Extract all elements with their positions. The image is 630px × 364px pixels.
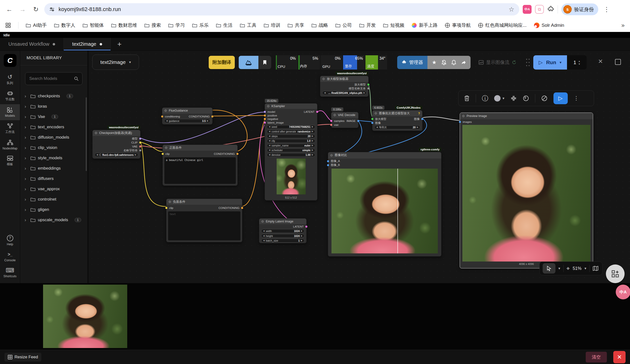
bookmark-item[interactable]: 乐乐 bbox=[192, 22, 209, 28]
tab-text2image[interactable]: text2image bbox=[64, 38, 111, 50]
url-bar[interactable]: koyomj9x62-8188.cnb.run bbox=[44, 3, 519, 15]
collapse-dot-icon[interactable] bbox=[334, 114, 336, 116]
node-title-bar[interactable]: 负面条件 bbox=[166, 199, 242, 205]
batch-count-stepper[interactable]: 1 bbox=[567, 55, 587, 70]
increment-icon[interactable] bbox=[312, 140, 313, 142]
folder-checkpoints[interactable]: checkpoints1 bbox=[23, 91, 86, 101]
increment-icon[interactable] bbox=[312, 126, 313, 128]
folder-controlnet[interactable]: controlnet bbox=[23, 194, 86, 204]
decrement-icon[interactable] bbox=[263, 240, 264, 242]
forward-icon[interactable] bbox=[18, 4, 28, 14]
increment-icon[interactable] bbox=[578, 60, 580, 62]
input-slot-positive[interactable] bbox=[264, 115, 266, 117]
node-title-bar[interactable]: 正面条件 bbox=[163, 145, 238, 151]
chevron-right-icon[interactable] bbox=[24, 125, 28, 130]
browser-menu-icon[interactable] bbox=[602, 4, 612, 14]
output-slot-image[interactable] bbox=[357, 120, 359, 122]
decrement-icon[interactable] bbox=[269, 140, 270, 142]
decrement-icon[interactable] bbox=[269, 145, 270, 147]
chevron-right-icon[interactable] bbox=[24, 176, 28, 182]
sidebar-item-shortcuts[interactable]: Shortcuts bbox=[0, 265, 20, 281]
folder-gligen[interactable]: gligen bbox=[23, 204, 86, 215]
output-slot-vae[interactable] bbox=[139, 146, 141, 148]
sidebar-item-node-count[interactable]: 节点数 bbox=[0, 88, 20, 104]
run-button[interactable]: Run bbox=[533, 55, 567, 70]
compare-slider-line[interactable] bbox=[398, 169, 398, 253]
folder-diffusion-models[interactable]: diffusion_models bbox=[23, 132, 86, 143]
output-slot-clip[interactable] bbox=[139, 142, 141, 144]
chevron-right-icon[interactable] bbox=[24, 217, 28, 223]
output-slot-image[interactable] bbox=[421, 118, 423, 120]
bookmark-item[interactable]: AI助手 bbox=[26, 22, 47, 28]
node-upscale-image-by-model[interactable]: 6.602sComfyUIKJNodes 图像批次通过模型放大? 放大模型图像 … bbox=[372, 110, 422, 131]
input-slot-samples[interactable] bbox=[330, 120, 332, 122]
node-positive-prompt[interactable]: 正面条件 clipCONDITIONING a beautiful Chines… bbox=[162, 145, 238, 186]
extensions-puzzle-icon[interactable] bbox=[547, 6, 554, 13]
chevron-right-icon[interactable] bbox=[24, 166, 28, 171]
decrement-icon[interactable] bbox=[269, 149, 270, 151]
checkpoint-select-widget[interactable]: Check ...flux1-dev-fp8.safetensors bbox=[94, 153, 138, 157]
sidebar-item-models[interactable]: Models bbox=[0, 104, 20, 120]
seed-widget[interactable]: seed745530927568251 bbox=[267, 125, 315, 129]
node-title-bar[interactable]: Empty Latent Image bbox=[259, 218, 306, 224]
collapse-dot-icon[interactable] bbox=[267, 105, 270, 107]
input-slot-upscale-model[interactable] bbox=[371, 118, 373, 120]
bookmark-item[interactable]: 共享 bbox=[288, 22, 304, 28]
decrement-icon[interactable] bbox=[263, 235, 264, 237]
model-search-input[interactable] bbox=[29, 76, 72, 81]
folder-clip-vision[interactable]: clip_vision bbox=[23, 143, 86, 153]
output-slot-name-string[interactable] bbox=[139, 150, 141, 151]
width-widget[interactable]: width1024 bbox=[261, 229, 304, 233]
node-image-compare[interactable]: rgthree-comfy 图像对比 图像_A 图像_B bbox=[328, 152, 442, 257]
collapse-dot-icon[interactable] bbox=[261, 220, 264, 223]
node-flux-guidance[interactable]: FluxGuidance conditioningCONDITIONING gu… bbox=[162, 107, 212, 125]
more-options-icon[interactable] bbox=[574, 95, 579, 102]
decrement-icon[interactable] bbox=[376, 126, 378, 128]
decrement-icon[interactable] bbox=[324, 92, 326, 94]
resize-feed-button[interactable]: Resize Feed bbox=[4, 353, 41, 362]
increment-icon[interactable] bbox=[312, 135, 313, 137]
clear-feed-button[interactable]: 清空 bbox=[586, 352, 607, 363]
immersive-translate-floating-button[interactable]: 中A bbox=[616, 285, 630, 299]
collapse-dot-icon[interactable] bbox=[164, 109, 167, 112]
bookmark-item[interactable]: 新手上路 bbox=[412, 22, 438, 28]
chevron-right-icon[interactable] bbox=[24, 135, 28, 140]
bookmark-item[interactable]: 战略 bbox=[312, 22, 328, 28]
increment-icon[interactable] bbox=[301, 230, 302, 232]
steps-widget[interactable]: steps20 bbox=[267, 135, 315, 138]
sidebar-item-console[interactable]: Console bbox=[0, 249, 20, 265]
increment-icon[interactable] bbox=[312, 145, 313, 147]
cfg-widget[interactable]: cfg1.0 bbox=[267, 139, 315, 143]
sidebar-item-workflows[interactable]: 工作流 bbox=[0, 120, 20, 137]
increment-icon[interactable] bbox=[207, 120, 208, 122]
bookmark-item[interactable]: 数字人 bbox=[54, 22, 75, 28]
output-slot-latent[interactable] bbox=[316, 111, 318, 113]
collapse-dot-icon[interactable] bbox=[165, 147, 167, 149]
pointer-tool-button[interactable] bbox=[543, 263, 556, 274]
bell-disabled-icon[interactable] bbox=[442, 60, 446, 65]
node-checkpoint-loader[interactable]: wasnodesuitecomfyui Checkpoint加载器(简易) 模型… bbox=[92, 130, 140, 159]
bookmark-star-icon[interactable] bbox=[509, 6, 514, 13]
increment-icon[interactable] bbox=[301, 240, 302, 242]
node-color-picker[interactable] bbox=[494, 95, 504, 102]
bookmark-item[interactable]: 生活 bbox=[216, 22, 232, 28]
compare-image[interactable] bbox=[332, 169, 438, 253]
chevron-right-icon[interactable] bbox=[24, 114, 28, 119]
batch-size-widget[interactable]: batch_size1 bbox=[261, 239, 304, 243]
chevron-right-icon[interactable] bbox=[24, 94, 28, 99]
output-slot-conditioning[interactable] bbox=[212, 116, 213, 118]
node-title-bar[interactable]: 放大模型加载器 bbox=[320, 76, 368, 82]
workflow-templates-floating-button[interactable] bbox=[606, 264, 624, 283]
guidance-widget[interactable]: guidance3.5 bbox=[164, 119, 210, 123]
reload-icon[interactable] bbox=[31, 4, 41, 14]
increment-icon[interactable] bbox=[312, 131, 313, 133]
minimap-icon[interactable] bbox=[592, 266, 598, 271]
increment-icon[interactable] bbox=[312, 149, 313, 151]
chevron-right-icon[interactable] bbox=[24, 156, 28, 161]
bookmark-item[interactable]: 短视频 bbox=[383, 22, 404, 28]
chevron-right-icon[interactable] bbox=[24, 207, 28, 212]
node-title-bar[interactable]: VAE Decode bbox=[331, 112, 358, 118]
scheduler-widget[interactable]: schedulersimple bbox=[267, 149, 315, 152]
height-widget[interactable]: height1024 bbox=[261, 234, 304, 238]
back-icon[interactable] bbox=[4, 4, 14, 14]
